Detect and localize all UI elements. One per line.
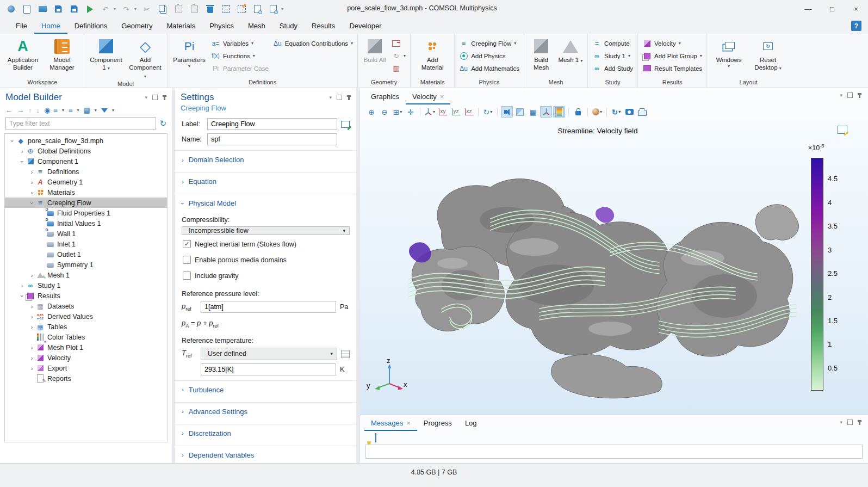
customize-toolbar-icon[interactable]: ▾ [281, 7, 283, 11]
zoom-box-icon[interactable]: ⊞▾ [392, 106, 404, 118]
add-component-button[interactable]: ◇ Add Component ▾ [128, 35, 163, 79]
windows-button[interactable]: Windows ▾ [711, 35, 746, 69]
undo-dropdown-icon[interactable]: ▾ [114, 7, 116, 11]
add-mathematics-button[interactable]: Δu Add Mathematics [459, 64, 519, 73]
panel-menu-icon[interactable]: ▾ [329, 95, 332, 100]
tree-item-component1[interactable]: › Component 1 [5, 156, 167, 167]
paste-special-icon[interactable] [189, 3, 200, 15]
maximize-button[interactable]: □ [820, 0, 844, 18]
reset-desktop-button[interactable]: ↻ Reset Desktop ▾ [751, 35, 785, 72]
tab-velocity[interactable]: Velocity × [406, 88, 450, 104]
close-tab-icon[interactable]: × [406, 419, 411, 427]
tree-item-definitions[interactable]: › ≡ Definitions [5, 167, 167, 177]
add-material-button[interactable]: Add Material [415, 35, 450, 72]
messages-output[interactable] [365, 445, 863, 459]
section-domain-selection[interactable]: › Domain Selection [175, 150, 356, 169]
section-discretization[interactable]: › Discretization [175, 424, 356, 442]
reference-pressure-input[interactable] [201, 301, 336, 313]
chevron-down-icon[interactable]: › [19, 157, 26, 165]
pin-panel-icon[interactable] [859, 420, 860, 425]
chevron-down-icon[interactable]: › [29, 199, 35, 207]
functions-button[interactable]: f(x) Functions▾ [211, 51, 269, 60]
tab-graphics[interactable]: Graphics [364, 88, 406, 104]
print-icon[interactable] [636, 106, 648, 118]
mesh1-button[interactable]: Mesh 1 ▾ [558, 35, 583, 64]
chevron-right-icon[interactable]: › [28, 272, 36, 279]
tree-filter-input[interactable] [5, 117, 156, 130]
velocity-plot-selector[interactable]: Velocity▾ [642, 39, 702, 48]
find-replace-icon[interactable] [268, 3, 278, 15]
tab-messages[interactable]: Messages × [364, 415, 417, 431]
tree-item-root[interactable]: › ◆ pore_scale_flow_3d.mph [5, 135, 167, 146]
appearance-icon[interactable]: ▾ [591, 106, 603, 118]
menu-geometry[interactable]: Geometry [114, 18, 159, 34]
menu-file[interactable]: File [9, 18, 34, 34]
tree-item-initial-values1[interactable]: D Initial Values 1 [5, 218, 167, 229]
chevron-down-icon[interactable]: ▾ [62, 108, 64, 113]
refresh-icon[interactable]: ↻ [159, 119, 166, 128]
panel-menu-icon[interactable]: ▾ [840, 93, 842, 98]
tree-item-export[interactable]: › Export [5, 363, 167, 373]
add-study-button[interactable]: ∞ Add Study [592, 64, 633, 73]
menu-home[interactable]: Home [34, 18, 67, 34]
lock-view-icon[interactable] [572, 106, 584, 118]
menu-results[interactable]: Results [305, 18, 342, 34]
chevron-right-icon[interactable]: › [28, 179, 36, 186]
tree-item-wall1[interactable]: D Wall 1 [5, 229, 167, 239]
close-button[interactable]: × [844, 0, 868, 18]
chevron-down-icon[interactable]: › [9, 137, 16, 145]
reference-temperature-select[interactable]: User defined ▾ [201, 348, 337, 360]
compute-button[interactable]: = Compute [592, 39, 633, 48]
chevron-right-icon[interactable]: › [18, 282, 26, 289]
minimize-button[interactable]: — [796, 0, 820, 18]
menu-definitions[interactable]: Definitions [67, 18, 115, 34]
select-box-icon[interactable] [220, 3, 231, 15]
chevron-down-icon[interactable]: ▾ [95, 108, 97, 113]
chevron-right-icon[interactable]: › [28, 189, 36, 196]
geometry-measure-button[interactable]: ▥ [392, 64, 406, 73]
view-yz-icon[interactable]: yz [450, 106, 462, 118]
rename-button[interactable] [341, 121, 350, 128]
checkbox-checked-icon[interactable]: ✓ [183, 240, 191, 248]
chevron-right-icon[interactable]: › [28, 365, 36, 372]
find-icon[interactable] [252, 3, 263, 15]
tree-item-velocity[interactable]: › Velocity [5, 353, 167, 363]
move-up-icon[interactable]: ↑ [28, 106, 32, 114]
stokes-flow-checkbox-row[interactable]: ✓ Neglect inertial term (Stokes flow) [183, 240, 349, 248]
chevron-right-icon[interactable]: › [28, 303, 36, 310]
float-panel-icon[interactable] [337, 95, 342, 100]
redo-icon[interactable]: ↷ [121, 3, 132, 15]
section-dependent-variables[interactable]: › Dependent Variables [175, 446, 356, 464]
gravity-checkbox-row[interactable]: Include gravity [183, 272, 349, 280]
menu-study[interactable]: Study [272, 18, 305, 34]
open-file-icon[interactable] [37, 3, 48, 15]
tree-item-creeping-flow[interactable]: › ≡ Creeping Flow [5, 198, 167, 208]
variables-button[interactable]: a= Variables▾ [211, 39, 269, 48]
plot-image-icon[interactable] [838, 126, 847, 134]
close-tab-icon[interactable]: × [440, 93, 444, 101]
collapse-all-icon[interactable]: ≡ [53, 106, 58, 114]
parameters-button[interactable]: Pi Parameters ▾ [172, 35, 207, 69]
tree-item-global-definitions[interactable]: › ⊕ Global Definitions [5, 146, 167, 156]
filter-icon[interactable] [101, 108, 108, 113]
build-mesh-button[interactable]: Build Mesh [529, 35, 554, 72]
tree-item-mesh-plot1[interactable]: › * Mesh Plot 1 [5, 342, 167, 353]
tree-item-results[interactable]: › Results [5, 291, 167, 301]
tab-progress[interactable]: Progress [417, 415, 458, 431]
chevron-right-icon[interactable]: › [18, 148, 26, 155]
go-to-view-icon[interactable]: ▾ [424, 106, 436, 118]
help-button[interactable]: ? [851, 21, 861, 31]
menu-mesh[interactable]: Mesh [241, 18, 272, 34]
section-advanced-settings[interactable]: › Advanced Settings [175, 402, 356, 421]
geometry-import-button[interactable] [392, 39, 406, 48]
chevron-down-icon[interactable]: ▾ [112, 108, 114, 113]
add-plot-group-button[interactable]: Add Plot Group▾ [642, 51, 702, 60]
transparency-icon[interactable] [514, 106, 526, 118]
float-panel-icon[interactable] [847, 93, 853, 98]
delete-icon[interactable] [204, 3, 215, 15]
menu-materials[interactable]: Materials [159, 18, 202, 34]
chevron-right-icon[interactable]: › [28, 169, 36, 175]
tree-item-study1[interactable]: › ∞ Study 1 [5, 280, 167, 291]
chevron-down-icon[interactable]: ▾ [77, 108, 79, 113]
name-input[interactable] [207, 133, 337, 145]
